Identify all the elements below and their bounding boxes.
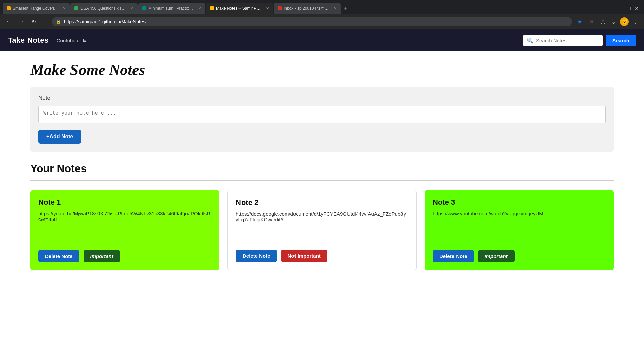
minimize-button[interactable]: — (619, 6, 624, 11)
url-bar[interactable] (52, 17, 572, 26)
tab-favicon (278, 6, 282, 10)
toolbar-right: ★ ◾ ◌ ⇓ 🐱 ⋮ (575, 17, 640, 26)
tab-bar: Smallest Range Covering E... ✕ DSA 450 Q… (0, 0, 644, 14)
new-tab-button[interactable]: + (341, 5, 351, 12)
browser-tab-tab5[interactable]: Inbox - sp.20u10471@btec... ✕ (274, 3, 341, 14)
tab-close-icon[interactable]: ✕ (130, 6, 133, 11)
contribute-link[interactable]: Contribute 🖥 (57, 38, 87, 43)
note-card-title: Note 2 (236, 198, 408, 207)
download-icon[interactable]: ⇓ (609, 17, 618, 26)
add-note-button[interactable]: +Add Note (38, 130, 81, 144)
your-notes-title: Your Notes (30, 162, 614, 175)
tab-label: Make Notes ~ Samir Pa... (216, 6, 262, 11)
menu-icon[interactable]: ⋮ (631, 17, 640, 26)
delete-note-button[interactable]: Delete Note (433, 250, 474, 262)
note-form: Note +Add Note (30, 87, 614, 152)
app-header-right: 🔍 Search (523, 35, 636, 46)
delete-note-button[interactable]: Delete Note (38, 250, 79, 262)
notes-grid: Note 1 https://youtu.be/MjwaP18s0Xs?list… (30, 190, 614, 270)
note-card-actions: Delete Note Important (38, 250, 211, 262)
home-button[interactable]: ⌂ (41, 17, 49, 26)
note-card-actions: Delete Note Not Important (236, 250, 408, 262)
tab-favicon (210, 6, 214, 10)
note-card-actions: Delete Note Important (433, 250, 606, 262)
page-title: Make Some Notes (30, 61, 614, 79)
maximize-button[interactable]: □ (628, 6, 631, 11)
close-button[interactable]: ✕ (635, 6, 639, 11)
window-controls: — □ ✕ (619, 6, 641, 11)
note-card-text: https://docs.google.com/document/d/1yFCY… (236, 211, 408, 222)
note-form-label: Note (38, 95, 606, 102)
lock-icon: 🔒 (56, 19, 61, 24)
note-card-note1: Note 1 https://youtu.be/MjwaP18s0Xs?list… (30, 190, 219, 270)
address-bar: ← → ↻ ⌂ 🔒 ★ ◾ ◌ ⇓ 🐱 ⋮ (0, 14, 644, 29)
note-card-note3: Note 3 https://www.youtube.com/watch?v=q… (425, 190, 614, 270)
contribute-label: Contribute (57, 38, 80, 43)
tab-label: DSA 450 Questions.xlsx - G... (80, 6, 126, 11)
delete-note-button[interactable]: Delete Note (236, 250, 277, 262)
tab-close-icon[interactable]: ✕ (63, 6, 66, 11)
refresh-button[interactable]: ↻ (30, 17, 38, 26)
app-title: Take Notes (8, 36, 49, 45)
tab-close-icon[interactable]: ✕ (266, 6, 269, 11)
app-header-left: Take Notes Contribute 🖥 (8, 36, 87, 45)
tab-label: Smallest Range Covering E... (13, 6, 59, 11)
search-icon: 🔍 (527, 37, 533, 44)
search-button[interactable]: Search (606, 35, 636, 46)
browser-chrome: Smallest Range Covering E... ✕ DSA 450 Q… (0, 0, 644, 29)
tab-favicon (74, 6, 78, 10)
note-textarea[interactable] (38, 106, 606, 123)
main-content: Make Some Notes Note +Add Note Your Note… (0, 51, 644, 338)
tab-label: Minimum sum | Practice | G... (148, 6, 194, 11)
notes-divider (30, 180, 614, 181)
note-card-text: https://youtu.be/MjwaP18s0Xs?list=PLdo5W… (38, 211, 211, 222)
tab-favicon (7, 6, 11, 10)
browser-tab-tab4[interactable]: Make Notes ~ Samir Pa... ✕ (206, 3, 273, 14)
url-wrapper: 🔒 (52, 17, 572, 26)
tab-label: Inbox - sp.20u10471@btec... (284, 6, 330, 11)
browser-tab-tab2[interactable]: DSA 450 Questions.xlsx - G... ✕ (70, 3, 138, 14)
note-card-title: Note 3 (433, 198, 606, 207)
browser-tab-tab3[interactable]: Minimum sum | Practice | G... ✕ (138, 3, 205, 14)
tab-close-icon[interactable]: ✕ (198, 6, 201, 11)
note-card-text: https://www.youtube.com/watch?v=qgizvmge… (433, 211, 606, 216)
browser-tab-tab1[interactable]: Smallest Range Covering E... ✕ (3, 3, 70, 14)
tab-favicon (142, 6, 146, 10)
action-note-button[interactable]: Important (84, 250, 120, 262)
action-note-button[interactable]: Important (478, 250, 515, 262)
monitor-icon: 🖥 (82, 38, 87, 43)
note-card-title: Note 1 (38, 198, 211, 207)
bookmark-icon[interactable]: ★ (575, 17, 584, 26)
search-input-wrapper: 🔍 (523, 35, 603, 46)
back-button[interactable]: ← (4, 17, 13, 26)
tab-close-icon[interactable]: ✕ (334, 6, 337, 11)
action-note-button[interactable]: Not Important (281, 250, 327, 262)
forward-button[interactable]: → (17, 17, 26, 26)
app-header: Take Notes Contribute 🖥 🔍 Search (0, 29, 644, 51)
avatar[interactable]: 🐱 (620, 17, 629, 26)
extensions-icon[interactable]: ◾ (586, 17, 597, 26)
search-input[interactable] (536, 38, 599, 43)
shield-icon[interactable]: ◌ (599, 17, 607, 26)
note-card-note2: Note 2 https://docs.google.com/document/… (227, 190, 417, 270)
